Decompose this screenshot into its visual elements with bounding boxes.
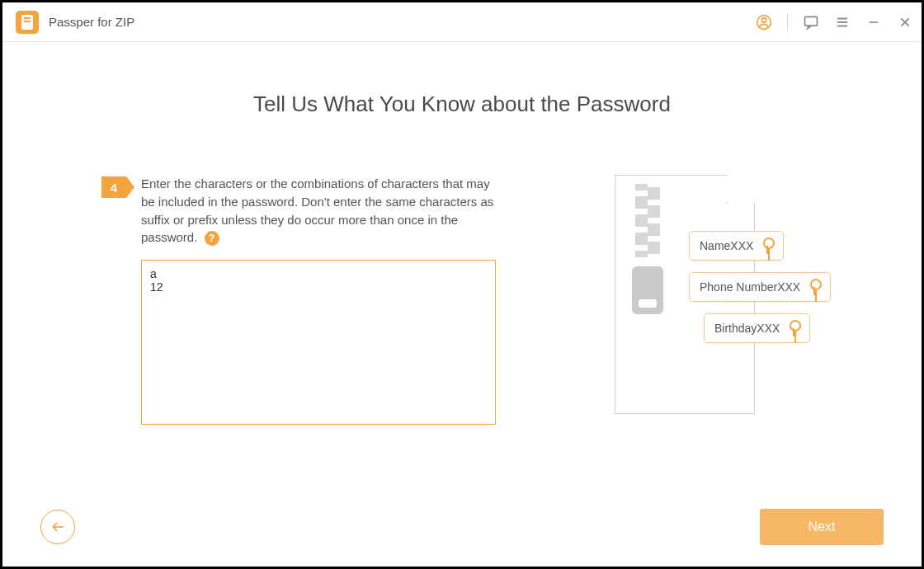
example-tag-birthday: BirthdayXXX [704, 313, 810, 343]
example-tag-phone-text: Phone NumberXXX [700, 280, 800, 294]
svg-point-1 [761, 17, 766, 21]
step-number-badge: 4 [101, 176, 126, 198]
minimize-button[interactable] [865, 14, 882, 31]
example-tag-phone: Phone NumberXXX [689, 272, 831, 302]
svg-rect-2 [805, 16, 818, 26]
step-instruction: Enter the characters or the combinations… [141, 175, 506, 247]
example-tag-name-text: NameXXX [700, 239, 753, 252]
titlebar: Passper for ZIP [2, 2, 922, 42]
illustration: NameXXX Phone NumberXXX BirthdayXXX [615, 175, 846, 422]
key-icon [761, 237, 773, 254]
key-icon [788, 320, 799, 336]
example-tag-birthday-text: BirthdayXXX [714, 322, 780, 335]
key-icon [808, 279, 820, 295]
close-button[interactable] [897, 14, 913, 31]
feedback-icon[interactable] [803, 14, 819, 31]
step-instruction-text: Enter the characters or the combinations… [141, 176, 493, 244]
back-button[interactable] [40, 510, 75, 544]
page-title: Tell Us What You Know about the Password [52, 92, 872, 117]
help-icon[interactable]: ? [205, 231, 219, 246]
menu-icon[interactable] [834, 14, 851, 31]
next-button[interactable]: Next [760, 509, 884, 545]
titlebar-divider [787, 13, 788, 31]
example-tag-name: NameXXX [689, 231, 784, 261]
characters-input[interactable] [141, 260, 496, 425]
app-title: Passper for ZIP [49, 15, 134, 29]
app-icon [16, 11, 39, 34]
account-icon[interactable] [756, 14, 772, 31]
